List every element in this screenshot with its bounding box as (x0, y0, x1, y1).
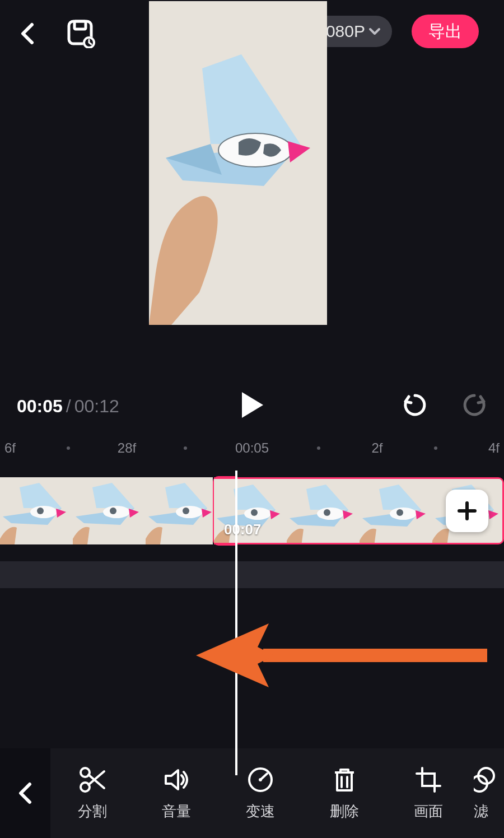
clip-segment-1[interactable] (0, 477, 213, 544)
speaker-icon (162, 766, 190, 794)
annotation-arrow-icon (196, 619, 487, 692)
svg-point-32 (251, 509, 258, 516)
video-preview[interactable] (149, 1, 327, 325)
tool-label: 删除 (330, 802, 359, 821)
tool-delete[interactable]: 删除 (302, 748, 386, 838)
tool-label: 分割 (78, 802, 107, 821)
playhead[interactable] (235, 471, 237, 775)
tool-split[interactable]: 分割 (50, 748, 134, 838)
clip-thumbnail (360, 479, 432, 544)
undo-button[interactable] (402, 392, 428, 420)
clip-thumbnail (73, 477, 146, 544)
preview-frame-illustration (149, 1, 327, 325)
ruler-dot (434, 446, 437, 450)
filter-icon (474, 766, 496, 794)
export-label: 导出 (428, 20, 462, 43)
save-icon (67, 19, 96, 48)
undo-icon (402, 392, 428, 418)
timeline-region: 00:07 (0, 471, 504, 784)
ruler-dot (317, 446, 320, 450)
time-separator: / (66, 396, 71, 417)
ruler-dot (67, 446, 70, 450)
save-draft-button[interactable] (62, 14, 101, 53)
svg-point-26 (183, 508, 189, 514)
timeline-ruler[interactable]: 6f 28f 00:05 2f 4f (0, 431, 504, 465)
redo-button[interactable] (461, 392, 487, 420)
chevron-left-icon (20, 22, 36, 45)
svg-point-19 (103, 506, 130, 518)
svg-point-57 (259, 778, 262, 781)
ruler-tick: 6f (0, 440, 27, 456)
svg-point-43 (390, 508, 417, 520)
redo-icon (461, 392, 487, 418)
timeline-track[interactable]: 00:07 (0, 471, 504, 555)
tool-volume[interactable]: 音量 (134, 748, 218, 838)
total-time: 00:12 (74, 396, 119, 417)
chevron-down-icon (367, 24, 382, 39)
secondary-track[interactable] (0, 561, 504, 588)
svg-point-31 (244, 508, 271, 520)
gauge-icon (246, 766, 274, 794)
ruler-tick: 00:05 (227, 440, 277, 456)
svg-point-25 (176, 506, 203, 518)
ruler-tick: 2f (361, 440, 394, 456)
bottom-toolbar: 分割 音量 变速 删除 画面 滤 (0, 748, 504, 838)
tool-label: 音量 (162, 802, 191, 821)
add-clip-button[interactable] (446, 490, 488, 532)
svg-point-38 (324, 509, 330, 516)
export-button[interactable]: 导出 (412, 15, 479, 48)
clip-thumbnail (146, 477, 213, 544)
tool-label: 画面 (414, 802, 443, 821)
svg-point-37 (317, 508, 344, 520)
clip-duration-label: 00:07 (224, 521, 262, 538)
toolbar-back-button[interactable] (0, 748, 50, 838)
svg-point-44 (396, 509, 403, 516)
scissors-icon (78, 766, 106, 794)
play-icon (240, 391, 264, 419)
ruler-tick: 4f (477, 440, 504, 456)
video-preview-area (0, 56, 504, 381)
crop-icon (414, 766, 442, 794)
tool-label: 变速 (246, 802, 275, 821)
svg-point-14 (37, 508, 44, 514)
tool-canvas[interactable]: 画面 (386, 748, 470, 838)
back-button[interactable] (11, 17, 45, 50)
clip-thumbnail (0, 477, 73, 544)
plus-icon (456, 500, 478, 522)
svg-point-13 (30, 506, 57, 518)
clip-thumbnail (287, 479, 360, 544)
svg-rect-1 (74, 21, 86, 29)
ruler-dot (184, 446, 187, 450)
chevron-left-icon (17, 782, 33, 804)
play-button[interactable] (240, 391, 264, 421)
trash-icon (330, 766, 358, 794)
ruler-tick: 28f (110, 440, 144, 456)
current-time: 00:05 (17, 396, 63, 417)
playback-controls: 00:05 / 00:12 (0, 381, 504, 431)
tool-speed[interactable]: 变速 (218, 748, 302, 838)
tool-filter[interactable]: 滤 (470, 748, 504, 838)
svg-point-20 (110, 508, 116, 514)
tool-label: 滤 (474, 802, 488, 821)
